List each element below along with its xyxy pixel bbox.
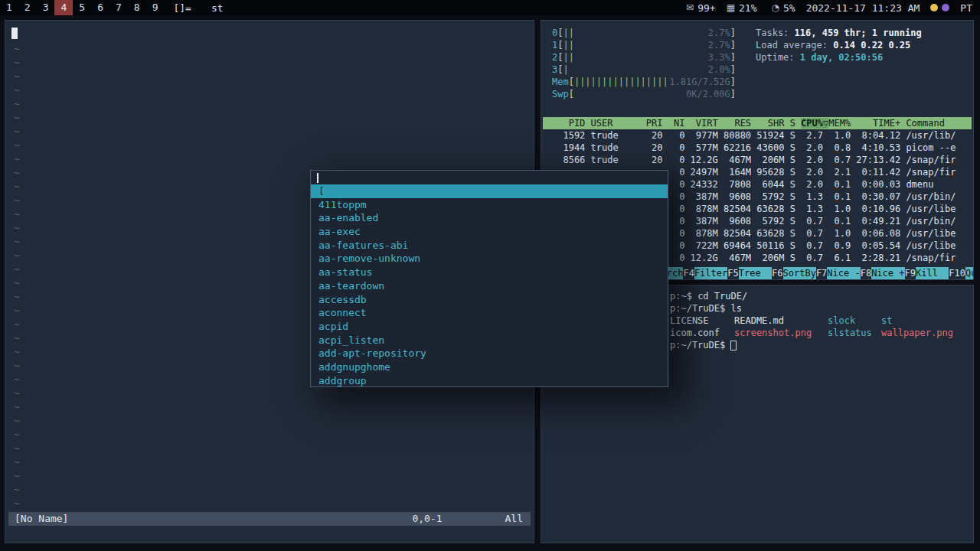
launcher-item[interactable]: acpid: [311, 320, 668, 334]
htop-meter-mem: Mem[|||||||||||||||||1.81G/7.52G]: [552, 76, 736, 88]
tag-6[interactable]: 6: [91, 0, 109, 15]
vim-empty-line-tilde: ~: [14, 455, 534, 469]
launcher-item[interactable]: accessdb: [311, 293, 668, 307]
htop-meter-3: 3[|2.0%]: [552, 64, 736, 76]
cpu-percent: 5%: [783, 2, 795, 14]
ls-entry: slstatus: [828, 327, 881, 339]
process-row[interactable]: 1592 trude 20 0 977M 80880 51924 S 2.7 1…: [552, 129, 973, 142]
terminal-cursor: [730, 341, 737, 350]
tag-4[interactable]: 4: [54, 0, 73, 15]
ls-output-row: LICENSEREADME.mdslockst: [670, 315, 973, 327]
fnkey-f6[interactable]: F6: [772, 267, 782, 279]
vim-empty-line-tilde: ~: [14, 428, 534, 442]
launcher-input[interactable]: [311, 171, 668, 184]
launcher-item[interactable]: add-apt-repository: [311, 347, 668, 360]
vim-empty-line-tilde: ~: [14, 152, 534, 166]
launcher-item[interactable]: aa-exec: [311, 225, 668, 239]
vim-empty-line-tilde: ~: [14, 497, 534, 510]
launcher-item[interactable]: aa-remove-unknown: [311, 252, 668, 266]
tag-1[interactable]: 1: [0, 0, 18, 15]
layout-indicator[interactable]: []=: [173, 2, 191, 14]
meter-label: Swp: [552, 88, 569, 100]
vim-statusline: [No Name] 0,0-1 All: [8, 512, 531, 526]
launcher-item[interactable]: 411toppm: [311, 198, 668, 212]
htop-summary-line: Tasks: 116, 459 thr; 1 running: [756, 27, 922, 39]
meter-bars: ||: [563, 39, 573, 51]
meter-value: 1.81G/7.52G: [669, 76, 730, 88]
launcher-item[interactable]: aa-status: [311, 266, 668, 279]
vim-empty-line-tilde: ~: [14, 442, 534, 455]
terminal-line: p:~/TruDE$: [670, 339, 973, 351]
vim-filename: [No Name]: [15, 512, 68, 526]
fnkey-f8[interactable]: F8: [861, 267, 871, 279]
fnkey-f9[interactable]: F9: [905, 267, 916, 279]
app-launcher: [ 411toppmaa-enabledaa-execaa-features-a…: [310, 170, 668, 387]
meter-label: 0: [552, 27, 557, 39]
launcher-item-list: 411toppmaa-enabledaa-execaa-features-abi…: [311, 198, 668, 387]
sort-column-cpu[interactable]: CPU%▽: [801, 118, 828, 129]
meter-value: 2.7%: [708, 39, 730, 51]
status-keyboard-layout[interactable]: PT: [960, 2, 972, 14]
status-mail: ✉ 99+: [686, 2, 716, 14]
fnkey-label-quit[interactable]: Quit: [965, 267, 973, 279]
tag-7[interactable]: 7: [109, 0, 128, 15]
vim-empty-line-tilde: ~: [14, 400, 534, 414]
status-indicator-dot: [930, 4, 938, 11]
meter-label: 3: [552, 64, 557, 76]
workspace-tags: 123456789: [0, 0, 164, 15]
launcher-item[interactable]: aa-teardown: [311, 279, 668, 293]
meter-bars: |||||||||||||||||: [574, 76, 668, 88]
vim-empty-line-tilde: ~: [14, 56, 534, 70]
process-table-header[interactable]: PID USER PRI NI VIRT RES SHR S CPU%▽MEM%…: [543, 117, 972, 129]
fnkey-label-kill[interactable]: Kill: [916, 267, 949, 279]
process-row[interactable]: 8566 trude 20 0 12.2G 467M 206M S 2.0 0.…: [552, 154, 973, 166]
tag-9[interactable]: 9: [146, 0, 165, 15]
vim-cursor: [11, 28, 18, 39]
vim-empty-line-tilde: ~: [14, 42, 534, 56]
htop-summary-line: Uptime: 1 day, 02:50:56: [756, 51, 922, 64]
gauge-icon: ◔: [771, 2, 779, 13]
htop-meter-2: 2[||3.3%]: [552, 51, 736, 64]
keyboard-layout-text: PT: [960, 2, 972, 14]
fnkey-f5[interactable]: F5: [727, 267, 738, 279]
vim-empty-line-tilde: ~: [14, 97, 534, 111]
launcher-item[interactable]: addgnupghome: [311, 360, 668, 374]
vim-empty-line-tilde: ~: [14, 125, 534, 139]
fnkey-f7[interactable]: F7: [816, 267, 827, 279]
meter-value: 0K/2.00G: [686, 88, 730, 100]
ls-entry: LICENSE: [670, 315, 734, 327]
launcher-item[interactable]: addgroup: [311, 374, 668, 387]
status-memory: ▦ 21%: [727, 2, 757, 14]
shell-command: ls: [725, 303, 742, 314]
mail-count: 99+: [697, 2, 715, 14]
fnkey-label-nice-[interactable]: Nice -: [827, 267, 860, 279]
launcher-item[interactable]: aa-features-abi: [311, 239, 668, 253]
launcher-item[interactable]: aconnect: [311, 306, 668, 320]
fnkey-f4[interactable]: F4: [683, 267, 694, 279]
tag-8[interactable]: 8: [128, 0, 146, 15]
vim-cursor-position: 0,0-1: [412, 512, 442, 526]
launcher-item[interactable]: aa-enabled: [311, 211, 668, 225]
fnkey-f10[interactable]: F10: [949, 267, 965, 279]
ls-entry: wallpaper.png: [881, 327, 953, 339]
vim-empty-line-tilde: ~: [14, 111, 534, 125]
tag-2[interactable]: 2: [18, 0, 37, 15]
fnkey-label-filter[interactable]: Filter: [694, 267, 727, 279]
ls-entry: screenshot.png: [734, 327, 828, 339]
fnkey-label-nice-[interactable]: Nice +: [871, 267, 904, 279]
vim-empty-line-tilde: ~: [14, 483, 534, 497]
tag-5[interactable]: 5: [73, 0, 91, 15]
launcher-item[interactable]: acpi_listen: [311, 334, 668, 347]
ls-entry: icom.conf: [670, 327, 734, 339]
htop-summary: Tasks: 116, 459 thr; 1 runningLoad avera…: [756, 27, 922, 100]
meter-bars: ||: [563, 51, 573, 64]
htop-cpu-mem-meters: 0[||2.7%]1[||2.7%]2[||3.3%]3[|2.0%]Mem[|…: [552, 27, 736, 100]
ls-entry: README.md: [734, 315, 828, 327]
process-row[interactable]: 1944 trude 20 0 577M 62216 43600 S 2.0 0…: [552, 142, 973, 154]
fnkey-label-sortby[interactable]: SortBy: [783, 267, 816, 279]
tag-3[interactable]: 3: [37, 0, 55, 15]
launcher-item-selected[interactable]: [: [311, 184, 668, 198]
htop-meter-swp: Swp[0K/2.00G]: [552, 88, 736, 100]
fnkey-label-tree[interactable]: Tree: [739, 267, 772, 279]
mail-icon: ✉: [686, 2, 694, 13]
